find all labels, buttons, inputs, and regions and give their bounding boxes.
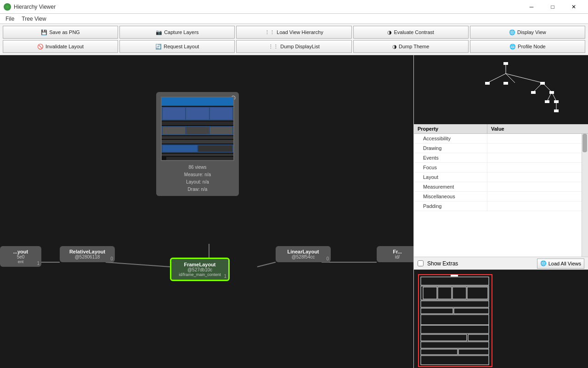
svg-rect-13 [503,62,508,65]
right-panel: Property Value Accessibility Drawing Eve… [413,55,588,368]
maximize-button[interactable]: □ [542,0,563,14]
toolbar: 💾 Save as PNG 📷 Capture Layers ⋮⋮ Load V… [0,24,588,55]
svg-rect-35 [421,334,467,341]
svg-rect-24 [421,277,489,285]
preview-card[interactable]: ⊙ 86 views Me [156,92,239,196]
invalidate-icon: 🚫 [37,44,44,50]
prop-row-padding[interactable]: Padding [414,201,582,211]
svg-rect-16 [540,82,545,85]
node-left-partial[interactable]: ...yout 5e0 ent 1 [0,246,41,267]
scroll-thumb [582,134,587,152]
node-framelayout[interactable]: FrameLayout @527db10c id/frame_main_cont… [170,258,230,281]
svg-rect-30 [421,301,489,307]
relativelayout-addr: @52806118 [63,254,111,259]
tree-minimap [414,55,588,124]
load-all-views-icon: 🌐 [540,260,547,266]
svg-rect-38 [421,349,458,355]
node-right-partial-id: id/ [380,254,413,259]
svg-rect-37 [421,342,489,348]
view-wireframe [414,270,588,368]
svg-rect-40 [421,356,489,365]
menu-bar: File Tree View [0,14,588,24]
svg-rect-31 [421,308,453,314]
load-all-views-button[interactable]: 🌐 Load All Views [537,259,584,269]
preview-image [161,97,234,161]
prop-row-accessibility[interactable]: Accessibility [414,134,582,144]
svg-rect-15 [503,82,508,85]
svg-rect-18 [549,91,554,94]
load-view-hierarchy-button[interactable]: ⋮⋮ Load View Hierarchy [236,26,351,39]
invalidate-layout-button[interactable]: 🚫 Invalidate Layout [3,40,118,53]
framelayout-subid: id/frame_main_content [175,272,225,277]
svg-rect-19 [545,100,549,103]
svg-rect-33 [421,315,489,325]
dump-displaylist-icon: ⋮⋮ [268,44,278,50]
save-png-icon: 💾 [41,29,47,35]
property-header: Property Value [414,124,588,134]
capture-layers-button[interactable]: 📷 Capture Layers [119,26,235,39]
node-relativelayout[interactable]: RelativeLayout @52806118 0 [60,246,115,262]
show-extras-label: Show Extras [427,260,458,267]
node-right-partial[interactable]: Fr... id/ [377,246,413,262]
window-controls: ─ □ ✕ [521,0,584,14]
phone-screenshot [162,98,233,160]
evaluate-contrast-icon: ◑ [387,29,392,35]
property-scrollbar[interactable] [582,134,588,257]
svg-rect-34 [421,325,489,334]
save-png-button[interactable]: 💾 Save as PNG [3,26,118,39]
close-button[interactable]: ✕ [563,0,584,14]
svg-rect-23 [418,275,492,367]
panel-footer: Show Extras 🌐 Load All Views [414,257,588,270]
prop-row-events[interactable]: Events [414,153,582,163]
svg-rect-14 [485,82,490,85]
svg-rect-27 [438,287,452,299]
prop-row-drawing[interactable]: Drawing [414,144,582,153]
prop-row-focus[interactable]: Focus [414,163,582,172]
framelayout-name: FrameLayout [175,262,225,267]
node-right-partial-name: Fr... [380,249,413,254]
svg-rect-36 [468,334,489,341]
canvas-area[interactable]: ttp://blog.csdn.net/ ...yout 5e0 ent 1 R… [0,55,413,368]
svg-line-7 [487,74,506,83]
node-linearlayout[interactable]: LinearLayout @528f54cc 0 [276,246,331,262]
dump-theme-icon: ◑ [392,44,397,50]
property-content: Accessibility Drawing Events Focus Layou… [414,134,588,257]
svg-rect-26 [423,287,437,299]
wireframe-svg [414,270,588,368]
prop-row-measurement[interactable]: Measurement [414,182,582,192]
property-panel: Accessibility Drawing Events Focus Layou… [414,134,582,257]
show-extras-checkbox[interactable] [418,260,424,266]
framelayout-addr: @527db10c [175,267,225,272]
prop-row-miscellaneous[interactable]: Miscellaneous [414,192,582,201]
svg-rect-28 [452,287,466,299]
load-hierarchy-icon: ⋮⋮ [265,29,275,35]
menu-treeview[interactable]: Tree View [18,15,50,23]
prop-row-layout[interactable]: Layout [414,172,582,182]
app-title: Hierarchy Viewer [14,4,56,10]
display-view-icon: 🌐 [509,29,515,35]
prop-header-property: Property [414,124,487,133]
capture-layers-icon: 📷 [156,29,162,35]
node-left-partial-extra: ent [4,259,38,264]
svg-rect-17 [531,91,536,94]
profile-node-button[interactable]: 🌐 Profile Node [470,40,585,53]
prop-header-value: Value [487,124,582,133]
svg-rect-29 [467,287,488,299]
evaluate-contrast-button[interactable]: ◑ Evaluate Contrast [353,26,469,39]
svg-line-6 [506,74,543,83]
svg-rect-39 [458,349,489,355]
svg-rect-41 [451,275,458,276]
relativelayout-name: RelativeLayout [63,249,111,254]
preview-stats: 86 views Measure: n/a Layout: n/a Draw: … [156,164,239,193]
minimap-svg [414,55,588,124]
dump-displaylist-button[interactable]: ⋮⋮ Dump DisplayList [236,40,351,53]
app-icon [4,3,11,11]
svg-line-1 [106,262,170,267]
minimize-button[interactable]: ─ [521,0,542,14]
dump-theme-button[interactable]: ◑ Dump Theme [353,40,469,53]
menu-file[interactable]: File [2,15,18,23]
request-layout-icon: 🔄 [155,44,162,50]
request-layout-button[interactable]: 🔄 Request Layout [119,40,235,53]
profile-node-icon: 🌐 [509,44,516,50]
display-view-button[interactable]: 🌐 Display View [470,26,585,39]
